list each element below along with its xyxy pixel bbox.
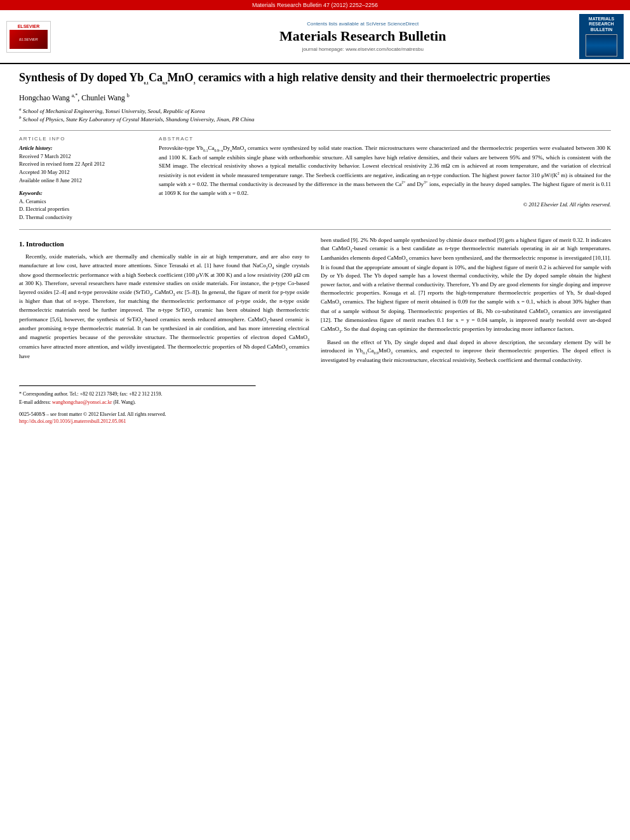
- elsevier-logo: ELSEVIER ELSEVIER: [6, 21, 51, 53]
- journal-homepage: journal homepage: www.elsevier.com/locat…: [302, 46, 424, 52]
- divider-1: [19, 130, 611, 131]
- journal-citation: Materials Research Bulletin 47 (2012) 22…: [252, 2, 378, 8]
- sciverse-link[interactable]: SciVerse ScienceDirect: [366, 21, 419, 27]
- sciverse-line: Contents lists available at SciVerse Sci…: [307, 21, 419, 27]
- page: Materials Research Bulletin 47 (2012) 22…: [0, 0, 630, 840]
- abstract-label: ABSTRACT: [159, 136, 611, 142]
- received-date: Received 7 March 2012: [19, 152, 146, 161]
- article-history: Article history: Received 7 March 2012 R…: [19, 144, 146, 185]
- article-info-col: ARTICLE INFO Article history: Received 7…: [19, 136, 146, 222]
- keyword-1: A. Ceramics: [19, 197, 146, 206]
- issn-line: 0025-5408/$ – see front matter © 2012 El…: [19, 411, 611, 418]
- keywords-label: Keywords:: [19, 190, 146, 196]
- section-1-heading: 1. Introduction: [19, 239, 309, 250]
- footnote-divider: [19, 385, 256, 387]
- keywords-list: A. Ceramics D. Electrical properties D. …: [19, 197, 146, 222]
- divider-2: [19, 229, 611, 230]
- available-date: Available online 8 June 2012: [19, 177, 146, 185]
- body-col-1: 1. Introduction Recently, oxide material…: [19, 236, 309, 369]
- revised-date: Received in revised form 22 April 2012: [19, 160, 146, 168]
- article-content: Synthesis of Dy doped Yb0.1Ca0.9MnO3 cer…: [0, 64, 630, 381]
- body-section: 1. Introduction Recently, oxide material…: [19, 236, 611, 369]
- doi-line: http://dx.doi.org/10.1016/j.materresbull…: [19, 418, 611, 425]
- footer-area: * Corresponding author. Tel.: +82 02 212…: [0, 385, 630, 432]
- journal-center: Contents lists available at SciVerse Sci…: [153, 14, 573, 59]
- article-title: Synthesis of Dy doped Yb0.1Ca0.9MnO3 cer…: [19, 70, 611, 86]
- footnote-corresponding: * Corresponding author. Tel.: +82 02 212…: [19, 390, 611, 397]
- logo-title: MATERIALS RESEARCH BULLETIN: [589, 17, 614, 32]
- intro-para-3: Based on the effect of Yb, Dy single dop…: [321, 338, 611, 365]
- journal-header: ELSEVIER ELSEVIER Contents lists availab…: [0, 10, 630, 64]
- logo-image: [586, 34, 617, 57]
- doi-link[interactable]: http://dx.doi.org/10.1016/j.materresbull…: [19, 418, 126, 424]
- keyword-3: D. Thermal conductivity: [19, 213, 146, 222]
- intro-para-2: been studied [9]. 2% Nb doped sample syn…: [321, 236, 611, 335]
- copyright-line: © 2012 Elsevier Ltd. All rights reserved…: [159, 201, 611, 208]
- accepted-date: Accepted 30 May 2012: [19, 168, 146, 177]
- article-info-label: ARTICLE INFO: [19, 136, 146, 142]
- body-col-2: been studied [9]. 2% Nb doped sample syn…: [321, 236, 611, 369]
- footnote-email: E-mail address: wanghongchao@yonsei.ac.k…: [19, 399, 611, 406]
- journal-title: Materials Research Bulletin: [279, 28, 446, 44]
- abstract-text: Perovskite-type Yb0.1Ca0.9−xDyxMnO3 cera…: [159, 144, 611, 197]
- header-left: ELSEVIER ELSEVIER: [6, 14, 147, 59]
- email-link[interactable]: wanghongchao@yonsei.ac.kr: [52, 399, 112, 405]
- affiliations: a School of Mechanical Engineering, Yons…: [19, 107, 611, 124]
- authors: Hongchao Wang a,*, Chunlei Wang b: [19, 93, 611, 103]
- keyword-2: D. Electrical properties: [19, 205, 146, 213]
- history-heading: Article history:: [19, 144, 146, 152]
- info-abstract-section: ARTICLE INFO Article history: Received 7…: [19, 136, 611, 222]
- top-bar: Materials Research Bulletin 47 (2012) 22…: [0, 0, 630, 10]
- intro-para-1: Recently, oxide materials, which are the…: [19, 253, 309, 361]
- journal-logo-box: MATERIALS RESEARCH BULLETIN: [579, 14, 624, 59]
- abstract-col: ABSTRACT Perovskite-type Yb0.1Ca0.9−xDyx…: [159, 136, 611, 222]
- footer-bottom: 0025-5408/$ – see front matter © 2012 El…: [19, 411, 611, 425]
